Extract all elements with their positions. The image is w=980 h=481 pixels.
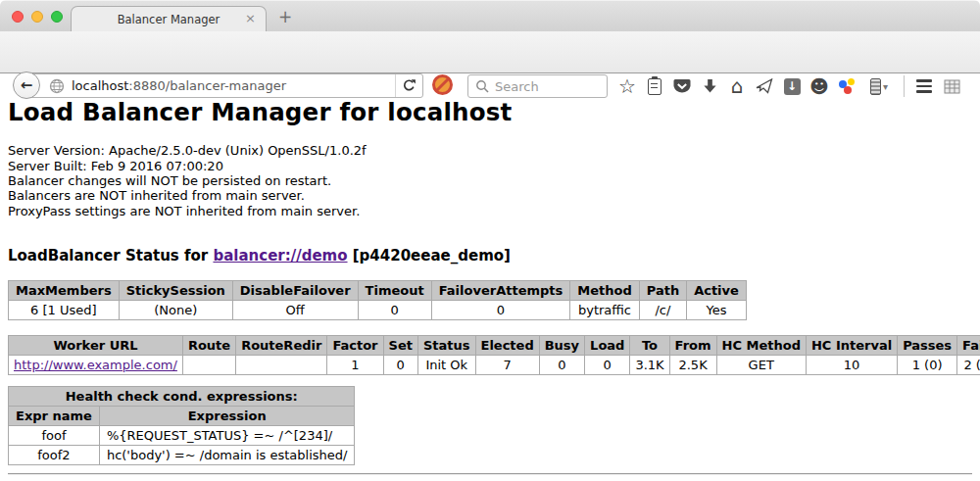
table-cell: 0 — [431, 301, 570, 320]
column-header: FailoverAttempts — [431, 281, 570, 301]
balancer-demo-link[interactable]: balancer://demo — [213, 247, 347, 265]
expression-cell: hc('body') =~ /domain is established/ — [99, 446, 355, 465]
table-cell: (None) — [119, 301, 232, 320]
table-header-row: MaxMembers StickySession DisableFailover… — [9, 281, 747, 301]
column-header: Route — [182, 336, 235, 356]
search-input[interactable] — [495, 79, 593, 94]
column-header: HC Method — [716, 336, 806, 356]
column-header: Method — [570, 281, 639, 301]
table-cell: 0 — [358, 301, 431, 320]
pocket-icon[interactable] — [670, 72, 694, 100]
proxypass-warning-line: ProxyPass settings are NOT inherited fro… — [8, 204, 972, 218]
search-icon — [475, 79, 489, 93]
column-header: RouteRedir — [236, 336, 327, 356]
search-bar[interactable] — [467, 74, 608, 98]
battery-extension-icon[interactable]: ▾ — [862, 72, 896, 100]
tab-close-icon[interactable]: × — [245, 11, 256, 25]
table-cell: 1 — [327, 356, 383, 375]
back-button[interactable]: ← — [13, 72, 40, 99]
column-header: Status — [417, 336, 475, 356]
table-cell — [182, 356, 235, 375]
table-cell: 2.5K — [669, 356, 716, 375]
health-table-title: Health check cond. expressions: — [9, 387, 355, 407]
table-cell: 6 [1 Used] — [9, 301, 120, 320]
battery-icon — [870, 78, 881, 95]
clipboard-icon — [648, 78, 662, 95]
page-content: Load Balancer Manager for localhost Serv… — [0, 73, 980, 481]
url-host: localhost — [72, 78, 128, 93]
grid-extension-icon[interactable] — [940, 72, 963, 100]
table-cell: 2 (0) — [957, 356, 980, 375]
url-path: :8880/balancer-manager — [128, 78, 286, 93]
reload-button[interactable] — [395, 74, 422, 97]
column-header: HC Interval — [806, 336, 897, 356]
table-cell: Yes — [687, 301, 747, 320]
send-tab-icon[interactable] — [753, 72, 776, 100]
down-arrow-icon: ↓ — [784, 78, 801, 95]
column-header: Timeout — [358, 281, 431, 301]
toolbar-icons: ☆ ⌂ ↓ ☻ — [613, 71, 980, 102]
window-controls — [12, 11, 63, 23]
column-header: Worker URL — [9, 336, 183, 356]
server-version-line: Server Version: Apache/2.5.0-dev (Unix) … — [8, 143, 972, 158]
colored-dots-extension-icon[interactable] — [835, 72, 858, 100]
column-header: Load — [585, 336, 630, 356]
table-cell: 3.1K — [630, 356, 669, 375]
block-plugin-icon[interactable] — [432, 74, 453, 95]
table-cell: 0 — [539, 356, 584, 375]
column-header: Busy — [539, 336, 584, 356]
zoom-window-button[interactable] — [51, 11, 63, 23]
column-header: StickySession — [119, 281, 232, 301]
menu-hamburger-icon[interactable] — [912, 72, 936, 100]
column-header: To — [630, 336, 669, 356]
table-cell: 0 — [383, 356, 417, 375]
download-helper-icon[interactable]: ↓ — [780, 72, 804, 100]
table-cell — [236, 356, 327, 375]
bookmarks-menu-icon[interactable] — [643, 72, 666, 100]
balancer-settings-table: MaxMembers StickySession DisableFailover… — [8, 280, 747, 320]
column-header: Passes — [898, 336, 957, 356]
server-built-line: Server Built: Feb 9 2016 07:00:20 — [8, 159, 972, 173]
expr-name-cell: foof2 — [9, 446, 100, 465]
globe-icon — [49, 78, 65, 94]
table-header-row: Worker URL Route RouteRedir Factor Set S… — [9, 336, 980, 356]
column-header: Elected — [475, 336, 539, 356]
table-cell: GET — [716, 356, 806, 375]
close-window-button[interactable] — [12, 11, 24, 23]
tab-title: Balancer Manager — [118, 13, 220, 26]
minimize-window-button[interactable] — [31, 11, 43, 23]
tab-bar: Balancer Manager × + — [0, 0, 980, 31]
column-header: Active — [687, 281, 747, 301]
worker-url-link[interactable]: http://www.example.com/ — [14, 358, 177, 372]
worker-url-cell: http://www.example.com/ — [9, 356, 183, 375]
home-icon[interactable]: ⌂ — [725, 72, 749, 100]
url-text: localhost:8880/balancer-manager — [72, 78, 395, 93]
worker-status-table: Worker URL Route RouteRedir Factor Set S… — [8, 335, 980, 375]
table-cell: 0 — [585, 356, 630, 375]
url-bar[interactable]: localhost:8880/balancer-manager — [26, 73, 423, 98]
downloads-icon[interactable] — [698, 72, 721, 100]
chat-smiley-icon[interactable]: ☻ — [808, 72, 831, 100]
expr-name-cell: foof — [9, 426, 100, 446]
navigation-toolbar: ← localhost:8880/balancer-manager — [0, 31, 980, 73]
table-cell: /c/ — [639, 301, 686, 320]
toolbar-separator — [904, 75, 905, 97]
column-header: Expr name — [9, 407, 100, 426]
column-header: Expression — [99, 407, 355, 426]
column-header: DisableFailover — [232, 281, 358, 301]
column-header: MaxMembers — [9, 281, 120, 301]
loadbalancer-status-heading: LoadBalancer Status for balancer://demo … — [8, 247, 972, 265]
health-check-table: Health check cond. expressions: Expr nam… — [8, 386, 355, 465]
table-header-row: Expr name Expression — [9, 407, 355, 426]
table-row: foof %{REQUEST_STATUS} =~ /^[234]/ — [9, 426, 355, 446]
column-header: Path — [639, 281, 686, 301]
table-row: foof2 hc('body') =~ /domain is establish… — [9, 446, 355, 465]
new-tab-button[interactable]: + — [274, 7, 296, 26]
column-header: Factor — [327, 336, 383, 356]
dots-icon — [838, 77, 856, 95]
browser-tab[interactable]: Balancer Manager × — [71, 6, 267, 32]
table-row: 6 [1 Used] (None) Off 0 0 bytraffic /c/ … — [9, 301, 747, 320]
table-cell: 1 (0) — [898, 356, 957, 375]
bookmark-star-icon[interactable]: ☆ — [615, 72, 639, 100]
table-cell: 10 — [806, 356, 897, 375]
